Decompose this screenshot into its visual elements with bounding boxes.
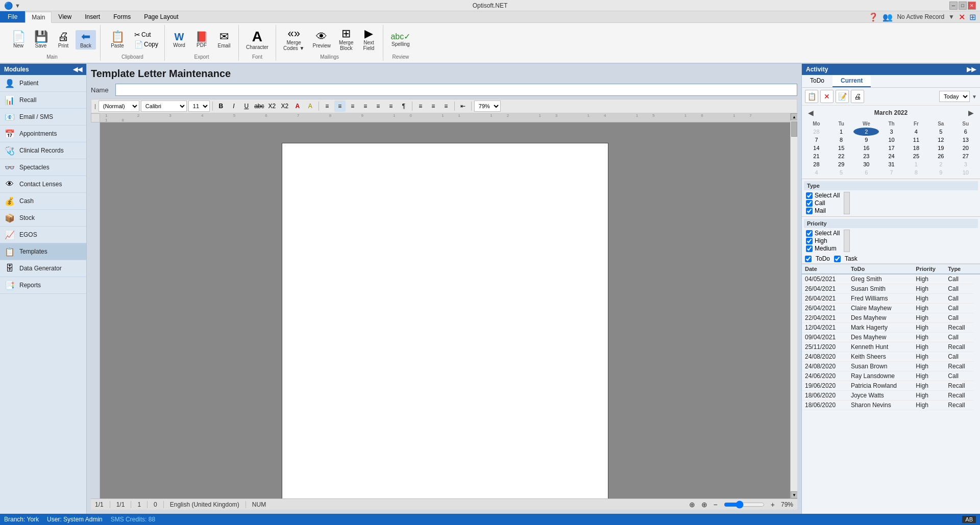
table-row[interactable]: 09/04/2021Des MayhewHighCall	[802, 333, 980, 342]
calendar-day[interactable]: 17	[879, 144, 903, 152]
align-left-button[interactable]: ≡	[322, 101, 333, 112]
merge-block-button[interactable]: ⊞ MergeBlock	[336, 27, 356, 52]
sidebar-item-templates[interactable]: 📋 Templates	[0, 243, 86, 260]
style-dropdown[interactable]: (Normal)	[99, 101, 139, 112]
calendar-day[interactable]: 10	[879, 136, 903, 144]
calendar-prev-button[interactable]: ◀	[806, 109, 816, 117]
table-row[interactable]: 26/04/2021Fred WilliamsHighCall	[802, 294, 980, 304]
align-justify-button[interactable]: ≡	[373, 101, 384, 112]
indent-left-button[interactable]: ⇤	[457, 101, 469, 112]
sidebar-item-reports[interactable]: 📑 Reports	[0, 277, 86, 294]
align-center-button[interactable]: ≡	[334, 101, 346, 112]
table-row[interactable]: 24/08/2020Susan BrownHighRecall	[802, 362, 980, 371]
calendar-day[interactable]: 10	[953, 168, 978, 177]
minimize-button[interactable]: ─	[949, 2, 958, 10]
font-color-button[interactable]: A	[292, 101, 303, 112]
table-row[interactable]: 24/08/2020Keith SheersHighCall	[802, 352, 980, 362]
calendar-day[interactable]: 4	[804, 168, 829, 177]
calendar-next-button[interactable]: ▶	[966, 109, 976, 117]
calendar-day[interactable]: 11	[904, 136, 928, 144]
calendar-day[interactable]: 5	[928, 128, 953, 136]
calendar-day[interactable]: 3	[953, 160, 978, 168]
scroll-down-button[interactable]: ▼	[791, 491, 797, 498]
close-button[interactable]: ✕	[968, 2, 976, 10]
numbered-list-button[interactable]: ≡	[428, 101, 439, 112]
table-row[interactable]: 26/04/2021Claire MayhewHighCall	[802, 304, 980, 313]
doc-page[interactable]	[282, 143, 608, 498]
highlight-button[interactable]: A	[305, 101, 316, 112]
calendar-day[interactable]: 18	[904, 144, 928, 152]
maximize-button[interactable]: □	[959, 2, 967, 10]
tab-forms[interactable]: Forms	[107, 11, 137, 22]
sidebar-item-email-sms[interactable]: 📧 Email / SMS	[0, 109, 86, 126]
calendar-day[interactable]: 22	[829, 152, 853, 160]
font-size-dropdown[interactable]: 11	[188, 101, 210, 112]
calendar-day[interactable]: 6	[853, 168, 879, 177]
zoom-dropdown[interactable]: 79%	[474, 101, 501, 112]
task-checkbox[interactable]	[834, 256, 841, 262]
calendar-day[interactable]: 1	[904, 160, 928, 168]
calendar-day[interactable]: 21	[804, 152, 829, 160]
todo-checkbox[interactable]	[805, 256, 812, 262]
tab-insert[interactable]: Insert	[78, 11, 107, 22]
calendar-day[interactable]: 26	[928, 152, 953, 160]
email-button[interactable]: ✉ Email	[214, 30, 234, 49]
calendar-day[interactable]: 3	[879, 128, 903, 136]
priority-high-checkbox[interactable]	[806, 238, 813, 244]
date-dropdown[interactable]: Today	[939, 91, 970, 102]
copy-button[interactable]: 📄 Copy	[132, 40, 160, 49]
calendar-day[interactable]: 27	[953, 152, 978, 160]
type-select-all-checkbox[interactable]	[806, 192, 813, 199]
doc-scroll-area[interactable]	[100, 122, 790, 498]
back-button[interactable]: ⬅ Back	[76, 30, 96, 49]
calendar-day[interactable]: 5	[829, 168, 853, 177]
italic-button[interactable]: I	[228, 101, 239, 112]
align-distributed-button[interactable]: ≡	[385, 101, 397, 112]
calendar-day[interactable]: 2	[853, 128, 879, 136]
spelling-button[interactable]: abc✓ Spelling	[387, 32, 413, 48]
activity-print-button[interactable]: 🖨	[851, 90, 864, 103]
table-row[interactable]: 19/06/2020Patricia RowlandHighRecall	[802, 381, 980, 391]
sidebar-item-stock[interactable]: 📦 Stock	[0, 210, 86, 227]
table-row[interactable]: 24/06/2020Ray LansdowneHighCall	[802, 371, 980, 381]
calendar-day[interactable]: 7	[879, 168, 903, 177]
superscript-button[interactable]: X2	[279, 101, 290, 112]
bold-button[interactable]: B	[215, 101, 227, 112]
tab-main[interactable]: Main	[25, 12, 52, 23]
calendar-day[interactable]: 25	[904, 152, 928, 160]
sidebar-item-contact-lenses[interactable]: 👁 Contact Lenses	[0, 176, 86, 193]
calendar-day[interactable]: 19	[928, 144, 953, 152]
calendar-day[interactable]: 8	[904, 168, 928, 177]
subscript-button[interactable]: X2	[266, 101, 278, 112]
calendar-day[interactable]: 9	[853, 136, 879, 144]
justify-button[interactable]: ≡	[360, 101, 371, 112]
calendar-day[interactable]: 1	[829, 128, 853, 136]
scroll-thumb[interactable]	[791, 121, 797, 137]
table-row[interactable]: 22/04/2021Des MayhewHighCall	[802, 313, 980, 323]
sidebar-item-cash[interactable]: 💰 Cash	[0, 193, 86, 210]
calendar-day[interactable]: 15	[829, 144, 853, 152]
calendar-day[interactable]: 6	[953, 128, 978, 136]
calendar-day[interactable]: 9	[928, 168, 953, 177]
tab-todo[interactable]: ToDo	[802, 75, 832, 87]
pdf-button[interactable]: 📕 PDF	[191, 31, 212, 49]
type-filter-scrollbar[interactable]	[844, 192, 850, 214]
new-button[interactable]: 📄 New	[8, 30, 29, 49]
activity-table-container[interactable]: Date ToDo Priority Type 04/05/2021Greg S…	[802, 264, 980, 514]
cut-button[interactable]: ✂ Cut	[132, 30, 160, 39]
calendar-day[interactable]: 30	[853, 160, 879, 168]
activity-delete-button[interactable]: ✕	[820, 90, 834, 103]
calendar-day[interactable]: 23	[853, 152, 879, 160]
zoom-slider[interactable]	[724, 501, 765, 509]
underline-button[interactable]: U	[241, 101, 252, 112]
priority-select-all-checkbox[interactable]	[806, 230, 813, 237]
sidebar-item-patient[interactable]: 👤 Patient	[0, 75, 86, 92]
calendar-day[interactable]: 24	[879, 152, 903, 160]
expand-button[interactable]: ⊞	[969, 12, 976, 22]
sidebar-item-egos[interactable]: 📈 EGOS	[0, 227, 86, 243]
table-row[interactable]: 26/04/2021Susan SmithHighCall	[802, 284, 980, 294]
next-field-button[interactable]: ▶ NextField	[358, 27, 379, 52]
calendar-day[interactable]: 28	[804, 128, 829, 136]
activity-edit-button[interactable]: 📝	[836, 90, 849, 103]
save-button[interactable]: 💾 Save	[31, 30, 51, 49]
